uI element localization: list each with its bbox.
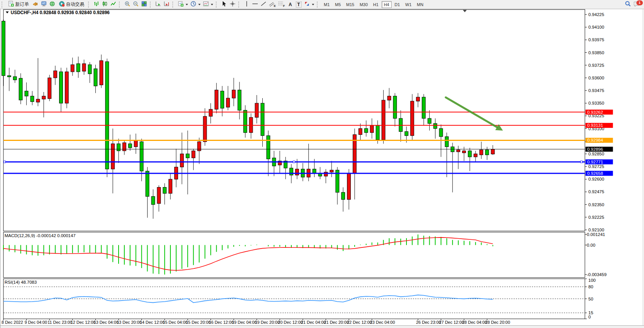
horizontal-line-tool-button[interactable] xyxy=(251,1,259,8)
macd-pane xyxy=(3,232,585,278)
crosshair-tool-button[interactable] xyxy=(228,1,237,8)
candle-down xyxy=(399,118,402,132)
text-tool-button[interactable]: A xyxy=(286,1,294,8)
trendline-tool-button[interactable] xyxy=(259,1,268,8)
label-tool-button[interactable]: T xyxy=(294,1,303,8)
chart-shift-button[interactable] xyxy=(162,1,171,8)
toolbar-grip[interactable] xyxy=(317,2,320,8)
channel-tool-button[interactable]: E xyxy=(268,1,277,8)
price-tick-label: 0.92725 xyxy=(588,164,604,169)
new-order-label: 新订单 xyxy=(15,1,29,8)
auto-trading-button[interactable]: 自动交易 xyxy=(56,1,87,8)
new-order-icon xyxy=(8,1,14,8)
chevron-down-icon xyxy=(211,4,213,5)
time-tick-label: 21 Dec 04:00 xyxy=(301,320,326,325)
timeframe-H1[interactable]: H1 xyxy=(371,1,381,8)
bar-chart-icon xyxy=(93,1,100,8)
time-tick-label: 15 Dec 20:00 xyxy=(186,320,210,325)
chevron-down-icon xyxy=(312,4,314,5)
candle-down xyxy=(439,129,443,137)
templates-button[interactable] xyxy=(202,1,214,8)
toolbar-grip[interactable] xyxy=(172,2,175,8)
candle-down xyxy=(261,103,264,136)
price-tick-label: 0.93975 xyxy=(588,37,604,42)
crosshair-icon xyxy=(230,1,236,8)
cursor-tool-button[interactable] xyxy=(220,1,228,8)
horn-icon xyxy=(32,1,39,8)
candle-down xyxy=(117,144,120,151)
timeframe-M15[interactable]: M15 xyxy=(344,1,357,8)
notifications-button[interactable]: 1 xyxy=(633,1,642,8)
candlestick-mode-button[interactable] xyxy=(101,1,109,8)
candle-up xyxy=(215,90,218,109)
new-order-button[interactable]: 新订单 xyxy=(6,1,31,8)
signals-button[interactable] xyxy=(48,1,56,8)
hline-handle[interactable] xyxy=(581,161,583,163)
price-tick-label: 0.94225 xyxy=(588,12,604,17)
candle-down xyxy=(422,97,426,118)
toolbar-grip[interactable] xyxy=(88,2,91,8)
tile-windows-button[interactable] xyxy=(140,1,148,8)
fibonacci-tool-button[interactable]: F xyxy=(277,1,286,8)
price-tick-label: 0.92475 xyxy=(588,189,604,194)
candle-up xyxy=(347,173,351,199)
toolbar-grip[interactable] xyxy=(2,2,5,8)
timeframe-M30[interactable]: M30 xyxy=(357,1,370,8)
auto-scroll-button[interactable] xyxy=(154,1,162,8)
candle-down xyxy=(59,72,63,103)
price-tick-label: 0.92100 xyxy=(588,228,604,232)
hline-handle[interactable] xyxy=(293,161,295,163)
candle-down xyxy=(94,69,97,86)
line-chart-mode-button[interactable] xyxy=(109,1,117,8)
time-tick-label: 22 Dec 12:00 xyxy=(347,320,372,325)
usdchf-h4-chart[interactable]: 0.942250.941000.939750.938500.937250.936… xyxy=(0,9,644,328)
vertical-line-tool-button[interactable] xyxy=(243,1,251,8)
candle-down xyxy=(244,110,247,132)
candle-up xyxy=(100,61,103,85)
notification-badge: 1 xyxy=(636,0,643,5)
candle-up xyxy=(232,90,236,98)
periods-button[interactable] xyxy=(189,1,202,8)
hline-handle[interactable] xyxy=(4,161,6,163)
main-pane xyxy=(3,10,585,231)
candle-down xyxy=(151,196,155,204)
toolbar-right-group: 1 xyxy=(623,1,642,8)
toolbar-grip[interactable] xyxy=(119,2,122,8)
search-button[interactable] xyxy=(623,1,633,8)
arrows-tool-button[interactable] xyxy=(303,1,315,8)
toolbar-grip[interactable] xyxy=(238,2,241,8)
candle-down xyxy=(365,129,368,133)
timeframe-W1[interactable]: W1 xyxy=(403,1,414,8)
price-tick-label: 0.94100 xyxy=(588,25,604,29)
candle-down xyxy=(220,91,224,108)
market-watch-button[interactable] xyxy=(40,1,48,8)
alerts-button[interactable] xyxy=(31,1,40,8)
timeframe-D1[interactable]: D1 xyxy=(392,1,402,8)
time-tick-label: 20 Dec 12:00 xyxy=(278,320,303,325)
zoom-in-button[interactable] xyxy=(123,1,132,8)
candle-down xyxy=(13,77,17,80)
timeframe-H4[interactable]: H4 xyxy=(382,1,392,8)
rsi-tick-label: 80 xyxy=(588,284,593,289)
candle-up xyxy=(387,96,391,100)
candle-up xyxy=(134,141,138,147)
new-chart-icon xyxy=(178,1,184,8)
zoom-out-button[interactable] xyxy=(132,1,140,8)
label-icon: T xyxy=(296,2,302,8)
macd-label: MACD(12,26,9) -0.000142 0.000147 xyxy=(5,233,75,238)
candle-down xyxy=(163,187,166,194)
toolbar-grip[interactable] xyxy=(216,2,219,8)
candle-down xyxy=(2,21,5,76)
bar-chart-mode-button[interactable] xyxy=(92,1,101,8)
price-tag-label: 0.92771 xyxy=(587,160,603,164)
toolbar-grip[interactable] xyxy=(150,2,153,8)
fibonacci-icon xyxy=(278,1,283,8)
time-tick-label: 14 Dec 12:00 xyxy=(140,320,164,325)
candle-up xyxy=(491,149,495,154)
timeframe-M5[interactable]: M5 xyxy=(333,1,343,8)
new-chart-button[interactable] xyxy=(177,1,189,8)
price-tick-label: 0.92350 xyxy=(588,202,604,207)
zoom-out-icon xyxy=(133,1,139,8)
timeframe-MN[interactable]: MN xyxy=(414,1,426,8)
timeframe-M1[interactable]: M1 xyxy=(321,1,332,8)
